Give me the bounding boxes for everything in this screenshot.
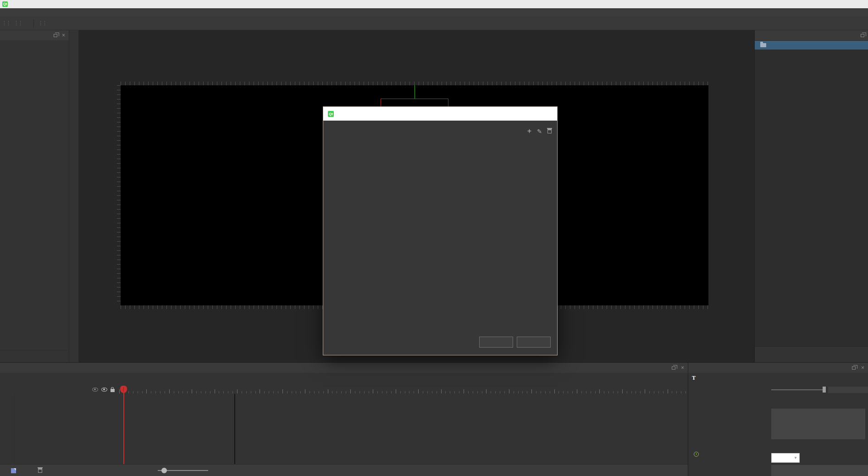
cancel-button[interactable] <box>517 337 551 348</box>
close-panel-icon[interactable]: × <box>62 32 65 39</box>
window-titlebar[interactable]: Qt <box>0 0 868 8</box>
lock-toggle-icon[interactable] <box>111 389 115 392</box>
timeline-panel: × <box>0 362 688 476</box>
chevron-down-icon[interactable]: ▼ <box>794 456 797 460</box>
timebar-color-icon[interactable] <box>11 468 16 473</box>
playhead-pin[interactable] <box>120 386 127 393</box>
qt3dstudio-window: { "colors":{"accent_orange":"#ff6d0d","i… <box>0 0 868 476</box>
visibility-toggle-icon[interactable] <box>101 387 107 392</box>
minimize-button[interactable] <box>814 0 832 8</box>
slide-panel-header: × <box>0 30 69 40</box>
edit-datainput-button[interactable]: ✎ <box>537 128 542 135</box>
float-panel-icon[interactable] <box>54 34 57 37</box>
close-button[interactable] <box>850 0 868 8</box>
project-panel-header <box>755 30 868 40</box>
color-swatch[interactable]: ▼ <box>771 453 800 463</box>
tree-gutter-line <box>14 394 15 464</box>
slide-controller-row[interactable] <box>0 350 69 362</box>
inspector-panel-header: × <box>688 363 868 373</box>
close-panel-icon[interactable]: × <box>681 365 684 371</box>
timeline-panel-header: × <box>0 363 688 373</box>
viewport-ruler-top <box>121 82 708 85</box>
toolbar-drag-handle2[interactable]: ⋮⋮ <box>14 20 22 26</box>
viewport-ruler-left <box>117 85 121 305</box>
property-slider[interactable] <box>771 389 826 390</box>
qt-app-icon: Qt <box>2 1 8 7</box>
palette-tab-strip <box>69 30 79 362</box>
zoom-slider[interactable] <box>158 470 208 471</box>
gizmo-axis-line <box>415 85 415 99</box>
timeline-toggle-header <box>90 386 116 393</box>
delete-datainput-button[interactable] <box>547 129 552 133</box>
project-toolbar <box>755 346 868 362</box>
bars-end-line <box>234 394 235 464</box>
folder-icon <box>760 43 766 47</box>
project-panel <box>754 30 868 362</box>
text-string-value-area[interactable] <box>771 409 865 439</box>
property-value-field[interactable] <box>828 387 868 393</box>
slide-panel: × <box>0 30 69 362</box>
toolbar-drag-handle[interactable]: ⋮⋮ <box>2 20 10 26</box>
font-value-field[interactable] <box>771 465 868 476</box>
animate-toggle-clock-icon[interactable] <box>694 452 699 457</box>
float-panel-icon[interactable] <box>861 34 864 37</box>
main-toolbar: ⋮⋮ ⋮⋮ ⋮⋮ <box>0 17 868 30</box>
toolbar-drag-handle3[interactable]: ⋮⋮ <box>38 20 46 26</box>
text-object-icon: T <box>692 376 696 380</box>
maximize-button[interactable] <box>832 0 850 8</box>
slide-list <box>0 40 69 338</box>
project-root-row[interactable] <box>755 41 868 50</box>
float-panel-icon[interactable] <box>852 366 856 370</box>
zoom-slider-handle[interactable] <box>161 468 167 473</box>
dialog-titlebar[interactable]: Qt <box>323 107 557 121</box>
ruler-major-ticks <box>117 389 688 393</box>
dialog-toolbar: + ✎ <box>527 127 552 135</box>
qt-dialog-icon: Qt <box>328 111 334 117</box>
data-inputs-dialog: Qt + ✎ <box>323 106 558 355</box>
add-datainput-button[interactable]: + <box>527 127 531 135</box>
float-panel-icon[interactable] <box>672 366 675 370</box>
playhead-line[interactable] <box>123 386 124 464</box>
inspector-panel: × T ▼ <box>688 362 868 476</box>
property-slider-handle[interactable] <box>823 387 826 393</box>
delete-object-icon[interactable] <box>38 468 42 473</box>
timeline-ruler[interactable] <box>117 384 688 393</box>
ok-button[interactable] <box>479 337 513 348</box>
timeline-transport-bar <box>0 464 688 476</box>
dialog-buttons <box>479 337 551 348</box>
menu-bar <box>0 8 868 17</box>
close-panel-icon[interactable]: × <box>861 365 864 371</box>
inspected-object-row[interactable]: T <box>692 376 699 380</box>
shy-toggle-icon[interactable] <box>92 387 98 392</box>
